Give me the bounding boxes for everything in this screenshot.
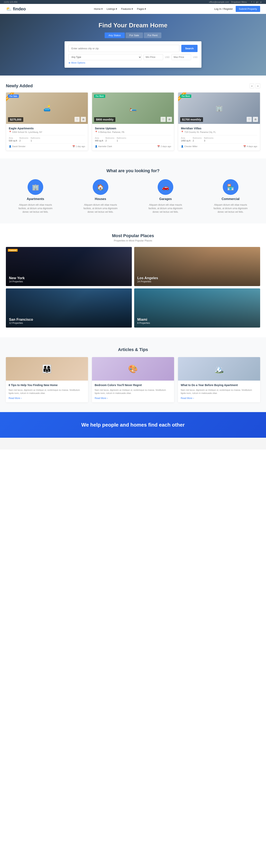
facebook-icon[interactable]: f [251,1,252,3]
nav-actions: Log In / Register Submit Property [214,6,260,12]
property-info: Serene Uptown 📍 6 Bishop Ave. Parkesie, … [92,124,174,151]
property-footer: 👤 David Simster 📅 1 day ago [9,144,85,148]
bathrooms-stat: Bathrooms 1 [117,137,126,142]
category-item-apartments[interactable]: 🏢 Apartments Aliquam dictum elit vitae m… [6,179,65,214]
place-card-los-angeles[interactable]: Los Angeles 24 Properties [134,247,260,286]
read-more-link[interactable]: Read More › [181,397,257,400]
place-count: 8 Properties [137,322,150,324]
favorite-icon[interactable]: ♡ [246,117,252,122]
topbar-phone: (123) 123-456 [4,1,18,3]
compare-icon[interactable]: ⚖ [253,117,258,122]
category-icon: 🏪 [223,179,238,195]
compare-icon[interactable]: ⚖ [81,117,86,122]
favorite-icon[interactable]: ♡ [74,117,79,122]
property-image: 🛋️ Featured For Sale $275,000 ♡ ⚖ [6,93,88,124]
place-count: 12 Properties [9,322,33,324]
type-filter[interactable]: Any Type [68,54,142,60]
property-card[interactable]: 🏢 Featured For Rent $1700 monthly ♡ ⚖ Me… [178,92,260,151]
article-card: 🎨 Bedroom Colors You'll Never Regret Nam… [92,357,174,402]
compare-icon[interactable]: ⚖ [167,117,172,122]
read-more-link[interactable]: Read More › [95,397,171,400]
search-filters: Any Type USD USD [68,54,198,60]
nav-item-pages[interactable]: Pages ▾ [137,7,146,10]
place-info: New York 14 Properties [9,276,25,283]
navbar: ⛅ findeo Home ▾ Listings ▾ Features ▾ Pa… [0,4,266,14]
search-input[interactable] [68,45,179,52]
property-address: 📍 6364 School St. Lynchburg, NY [9,131,85,133]
article-image-icon: 👨‍👩‍👧 [42,364,52,374]
location-icon: 📍 [181,131,184,133]
articles-section: Articles & Tips 👨‍👩‍👧 8 Tips to Help You… [0,337,266,412]
topbar-dropdown[interactable]: Dropdown Menu [231,1,247,3]
googleplus-icon[interactable]: g+ [256,1,259,3]
article-title: Bedroom Colors You'll Never Regret [95,383,171,387]
max-price-input[interactable] [171,54,191,60]
listing-time: 📅 4 days ago [243,145,257,148]
category-item-commercial[interactable]: 🏪 Commercial Aliquam dictum elit vitae m… [201,179,260,214]
location-icon: 📍 [9,131,11,133]
more-options-link[interactable]: ⊕ More Options [68,61,198,64]
category-item-houses[interactable]: 🏠 Houses Aliquam dictum elit vitae mauri… [71,179,130,214]
prev-arrow[interactable]: ‹ [250,83,254,88]
min-price-input[interactable] [143,54,163,60]
submit-property-button[interactable]: Submit Property [236,6,260,12]
read-more-link[interactable]: Read More › [9,397,85,400]
place-image: San Francisco 12 Properties [6,288,132,328]
article-image-icon: 🎨 [128,364,138,374]
category-name: Commercial [222,197,240,201]
footer [0,438,266,450]
area-stat: Area 1450 sq ft [181,137,190,142]
search-row: Search [68,45,198,52]
plus-icon: ⊕ [68,61,70,64]
popular-places-subtitle: Properties in Most Popular Places [6,239,260,242]
bathrooms-stat: Bathrooms 1 [31,137,40,142]
property-card[interactable]: 🛏️ For Rent $900 monthly ♡ ⚖ Serene Upto… [92,92,174,151]
properties-grid: 🛋️ Featured For Sale $275,000 ♡ ⚖ Eagle … [6,92,260,151]
place-card-miami[interactable]: Miami 8 Properties [134,288,260,328]
place-image: Miami 8 Properties [134,288,260,328]
pinterest-icon[interactable]: p [260,1,262,3]
twitter-icon[interactable]: t [254,1,254,3]
next-arrow[interactable]: › [256,83,260,88]
category-description: Aliquam dictum elit vitae mauris facilis… [148,203,183,214]
nav-item-home[interactable]: Home ▾ [94,7,103,10]
categories-grid: 🏢 Apartments Aliquam dictum elit vitae m… [6,179,260,214]
agent-icon: 👤 [95,145,98,148]
nav-item-features[interactable]: Features ▾ [121,7,133,10]
property-image: 🏢 Featured For Rent $1700 monthly ♡ ⚖ [178,93,260,124]
place-name: New York [9,276,25,280]
property-stats: Area 530 sq ft Bedrooms 2 Bathrooms 1 [9,135,85,142]
max-price-currency: USD [193,56,198,58]
search-button[interactable]: Search [181,45,198,52]
nav-item-listings[interactable]: Listings ▾ [107,7,117,10]
property-badge: For Rent [94,94,105,98]
tab-for-sale[interactable]: For Sale [126,32,143,38]
login-link[interactable]: Log In / Register [214,7,233,10]
category-description: Aliquam dictum elit vitae mauris facilis… [213,203,248,214]
featured-badge: Featured [8,249,18,252]
articles-grid: 👨‍👩‍👧 8 Tips to Help You Finding New Hom… [6,357,260,402]
category-icon: 🏢 [28,179,43,195]
article-excerpt: Nam nisl lacus, dignissim ac tristique u… [181,389,257,395]
popular-places-section: Most Popular Places Properties in Most P… [0,223,266,337]
tab-for-rent[interactable]: For Rent [144,32,162,38]
category-name: Apartments [27,197,44,201]
property-badge: For Rent [180,94,191,98]
calendar-icon: 📅 [243,145,246,148]
listing-time: 📅 1 day ago [72,145,85,148]
area-stat: Area 530 sq ft [9,137,17,142]
place-card-san-francisco[interactable]: San Francisco 12 Properties [6,288,132,328]
property-name: Serene Uptown [95,127,171,130]
hero-title: Find Your Dream Home [65,22,201,29]
tab-any-status[interactable]: Any Status [105,32,125,38]
place-card-new-york[interactable]: Featured New York 14 Properties [6,247,132,286]
agent-icon: 👤 [181,145,184,148]
category-item-garages[interactable]: 🚗 Garages Aliquam dictum elit vitae maur… [136,179,195,214]
favorite-icon[interactable]: ♡ [161,117,166,122]
property-card[interactable]: 🛋️ Featured For Sale $275,000 ♡ ⚖ Eagle … [6,92,88,151]
articles-header: Articles & Tips [6,347,260,352]
bedrooms-stat: Bedrooms 2 [105,137,114,142]
brand-logo[interactable]: ⛅ findeo [6,6,26,12]
place-info: Los Angeles 24 Properties [137,276,158,283]
article-image: 🏔️ [178,357,260,380]
